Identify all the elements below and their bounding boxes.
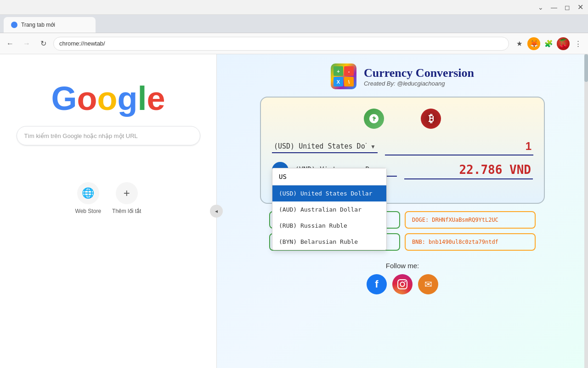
from-amount-input[interactable] xyxy=(385,138,533,155)
puzzle-icon[interactable]: 🧩 xyxy=(542,37,555,50)
toolbar: ← → ↻ chrome://newtab/ ★ 🦊 🧩 🍒 ⋮ xyxy=(0,33,588,54)
tab-label: Trang tab mới xyxy=(21,22,55,28)
converted-amount: 22.786 VND xyxy=(404,161,533,179)
card-icons-row: ₿ xyxy=(272,109,533,129)
follow-section: Follow me: f ✉ xyxy=(367,262,438,294)
menu-icon[interactable]: ⋮ xyxy=(571,37,584,50)
back-button[interactable]: ← xyxy=(4,37,17,50)
google-letter-e: e xyxy=(147,82,165,115)
extension-header: + - X \ Currency Conversion Created By: … xyxy=(331,54,474,97)
dropdown-item-rub[interactable]: (RUB) Russian Ruble xyxy=(272,218,386,234)
from-row: (USD) United States Dollar (AUD) Austral… xyxy=(272,138,533,155)
fox-icon[interactable]: 🦊 xyxy=(527,37,540,50)
forward-button[interactable]: → xyxy=(20,37,33,50)
window-controls: ⌄ — ◻ ✕ xyxy=(538,3,583,12)
shortcuts-area: 🌐 Web Store + Thêm lối tắt xyxy=(75,182,141,214)
currency-select-wrapper[interactable]: (USD) United States Dollar (AUD) Austral… xyxy=(272,140,378,153)
dropdown-item-usd[interactable]: (USD) United States Dollar xyxy=(272,185,386,201)
refresh-button[interactable]: ↻ xyxy=(37,37,50,50)
chevron-down-icon[interactable]: ⌄ xyxy=(538,4,543,11)
google-letter-o2: o xyxy=(97,82,117,115)
extension-logo: + - X \ xyxy=(331,63,356,89)
left-panel: G o o g l e Tìm kiếm trên Google hoặc nh… xyxy=(0,54,217,368)
minimize-button[interactable]: — xyxy=(551,4,557,11)
active-tab[interactable]: Trang tab mới xyxy=(4,17,96,33)
dropdown-search-input[interactable] xyxy=(272,168,386,185)
toolbar-icons: ★ 🦊 🧩 🍒 ⋮ xyxy=(513,37,584,50)
google-letter-l: l xyxy=(137,82,147,115)
bitcoin-icon: ₿ xyxy=(421,109,441,129)
search-placeholder: Tìm kiếm trên Google hoặc nhập một URL xyxy=(24,132,138,139)
currency-dropdown: (USD) United States Dollar (AUD) Austral… xyxy=(272,168,387,250)
extension-title: Currency Conversion xyxy=(364,66,474,80)
content-area: G o o g l e Tìm kiếm trên Google hoặc nh… xyxy=(0,54,588,368)
address-bar[interactable]: chrome://newtab/ xyxy=(53,37,509,51)
shortcut-add[interactable]: + Thêm lối tắt xyxy=(112,182,141,214)
from-currency-icon xyxy=(364,109,384,129)
search-bar[interactable]: Tìm kiếm trên Google hoặc nhập một URL xyxy=(17,126,200,145)
follow-label: Follow me: xyxy=(367,262,438,270)
title-bar: ⌄ — ◻ ✕ xyxy=(0,0,588,15)
profile-avatar[interactable]: 🍒 xyxy=(557,37,570,50)
google-logo: G o o g l e xyxy=(51,82,165,115)
maximize-button[interactable]: ◻ xyxy=(565,4,570,11)
logo-plus-cell: + xyxy=(334,66,343,76)
logo-div-cell: \ xyxy=(344,77,354,86)
bnb-address[interactable]: BNB: bnb1490ul8c0zta79ntdf xyxy=(405,233,536,251)
scrollbar-thumb[interactable] xyxy=(584,54,588,82)
add-shortcut-icon: + xyxy=(116,182,138,204)
close-button[interactable]: ✕ xyxy=(577,3,583,12)
email-button[interactable]: ✉ xyxy=(418,274,438,294)
extension-subtitle: Created By: @leducgiachoang xyxy=(364,80,474,87)
google-letter-g: G xyxy=(51,82,77,115)
google-letter-o1: o xyxy=(77,82,97,115)
logo-x-cell: X xyxy=(334,77,343,86)
dropdown-item-byn[interactable]: (BYN) Belarusian Ruble xyxy=(272,234,386,250)
instagram-button[interactable] xyxy=(392,274,413,294)
tab-favicon xyxy=(11,22,17,28)
from-currency-select[interactable]: (USD) United States Dollar (AUD) Austral… xyxy=(272,140,378,153)
doge-address[interactable]: DOGE: DRHNfXUaBsmRQ9YtL2UC xyxy=(405,211,536,229)
bookmark-icon[interactable]: ★ xyxy=(513,37,526,50)
extension-title-area: Currency Conversion Created By: @leducgi… xyxy=(364,66,474,87)
collapse-panel-button[interactable]: ◂ xyxy=(210,205,223,218)
conversion-card: ₿ (USD) United States Dollar (AUD) Austr… xyxy=(260,97,545,204)
dropdown-item-aud[interactable]: (AUD) Australian Dollar xyxy=(272,201,386,218)
logo-minus-cell: - xyxy=(344,66,354,76)
right-panel: + - X \ Currency Conversion Created By: … xyxy=(217,54,588,368)
webstore-label: Web Store xyxy=(75,208,101,214)
facebook-button[interactable]: f xyxy=(367,274,387,294)
address-text: chrome://newtab/ xyxy=(59,40,105,47)
google-letter-g2: g xyxy=(117,82,137,115)
webstore-icon: 🌐 xyxy=(77,182,99,204)
add-shortcut-label: Thêm lối tắt xyxy=(112,208,141,214)
shortcut-webstore[interactable]: 🌐 Web Store xyxy=(75,182,101,214)
social-icons: f ✉ xyxy=(367,274,438,294)
tab-bar: Trang tab mới xyxy=(0,15,588,33)
scrollbar-track xyxy=(584,54,588,368)
